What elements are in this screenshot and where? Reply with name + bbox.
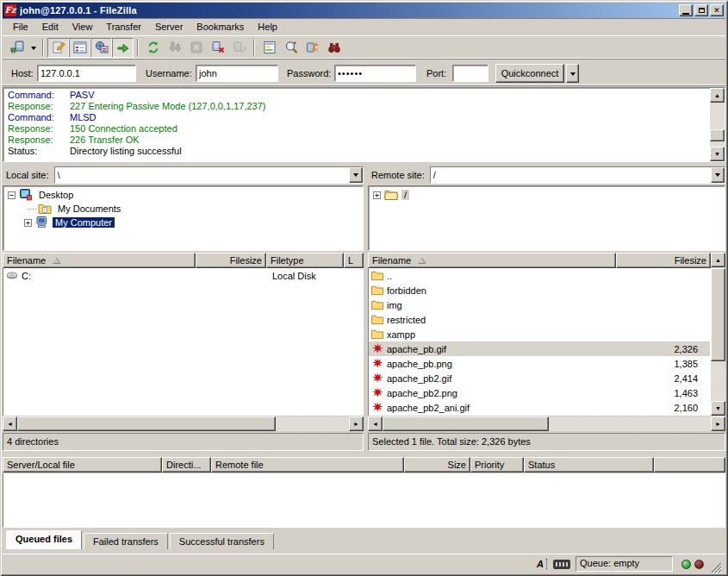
ascii-type-icon: A [537, 559, 547, 569]
log-vertical-scrollbar[interactable]: ▲ ▼ [710, 88, 725, 161]
speed-limits-icon[interactable] [553, 560, 570, 569]
log-entry: Response:227 Entering Passive Mode (127,… [8, 101, 725, 112]
scroll-left-icon[interactable]: ◄ [3, 416, 17, 431]
scrollbar-thumb[interactable] [17, 416, 276, 431]
tree-item-root[interactable]: + / [369, 188, 725, 202]
file-row[interactable]: xampp [369, 327, 710, 341]
scroll-right-icon[interactable]: ► [711, 416, 725, 431]
directory-comparison-button[interactable] [280, 38, 302, 58]
column-header-last-modified[interactable]: L [344, 253, 364, 268]
password-input[interactable] [334, 65, 416, 82]
quickconnect-button[interactable]: Quickconnect [495, 64, 564, 83]
toolbar-separator [137, 39, 139, 56]
file-row[interactable]: apache_pb2.gif 2,414 [369, 371, 710, 385]
local-site-input[interactable] [55, 167, 349, 183]
tree-connector [28, 209, 36, 210]
statusbar: A Queue: empty [3, 554, 725, 573]
column-header-filesize[interactable]: Filesize [616, 253, 711, 268]
process-queue-button[interactable] [164, 38, 185, 58]
cancel-button[interactable] [185, 38, 207, 58]
remote-vertical-scrollbar[interactable]: ▲ ▼ [711, 253, 725, 416]
file-row[interactable]: restricted [369, 312, 710, 327]
tree-item-my-computer[interactable]: + My Computer [3, 216, 363, 229]
tree-item-desktop[interactable]: − Desktop [3, 188, 363, 202]
menu-transfer[interactable]: Transfer [99, 19, 148, 34]
tab-failed-transfers[interactable]: Failed transfers [84, 533, 168, 549]
file-row[interactable]: apache_pb2.png 1,463 [369, 385, 710, 400]
file-row-selected[interactable]: apache_pb.gif 2,326 [369, 341, 710, 356]
column-header-filename[interactable]: Filename [368, 253, 616, 268]
menu-view[interactable]: View [65, 19, 100, 34]
quickconnect-dropdown-button[interactable] [566, 64, 579, 83]
remote-site-dropdown-button[interactable] [711, 167, 725, 183]
remote-site-label: Remote site: [368, 170, 430, 180]
scroll-left-icon[interactable]: ◄ [368, 416, 383, 431]
toggle-local-tree-button[interactable] [69, 38, 90, 58]
column-header-filetype[interactable]: Filetype [266, 253, 344, 268]
reconnect-button[interactable] [228, 38, 250, 58]
toggle-transfer-queue-button[interactable] [112, 38, 134, 58]
find-files-button[interactable] [323, 38, 345, 58]
maximize-button[interactable] [694, 4, 708, 16]
scrollbar-thumb[interactable] [710, 129, 725, 141]
transfer-type-indicator[interactable]: A [534, 557, 550, 572]
local-site-dropdown-button[interactable] [349, 167, 363, 183]
column-header-direction[interactable]: Directi... [162, 457, 211, 473]
remote-site-input[interactable] [431, 167, 711, 183]
tab-queued-files[interactable]: Queued files [6, 530, 82, 549]
site-manager-button[interactable] [6, 38, 28, 58]
scroll-right-icon[interactable]: ► [349, 416, 364, 431]
local-site-label: Local site: [3, 170, 54, 180]
file-row-c-drive[interactable]: C: Local Disk [3, 268, 363, 283]
column-header-filesize[interactable]: Filesize [196, 253, 266, 268]
host-input[interactable] [37, 65, 136, 82]
local-horizontal-scrollbar[interactable]: ◄ ► [3, 416, 364, 431]
username-input[interactable] [196, 65, 278, 82]
toggle-message-log-button[interactable] [47, 38, 69, 58]
file-row[interactable]: forbidden [369, 283, 710, 297]
local-pane: Local site: − Desktop My Documents [3, 164, 364, 452]
refresh-button[interactable] [142, 38, 164, 58]
scrollbar-thumb[interactable] [383, 416, 549, 431]
close-button[interactable]: ✕ [710, 4, 724, 16]
file-row[interactable]: apache_pb.png 1,385 [369, 356, 710, 371]
scroll-up-icon[interactable]: ▲ [710, 88, 725, 103]
synchronized-browsing-button[interactable] [302, 38, 323, 58]
scroll-down-icon[interactable]: ▼ [710, 147, 725, 161]
disconnect-button[interactable] [207, 38, 228, 58]
scrollbar-thumb[interactable] [711, 268, 725, 361]
filter-button[interactable] [258, 38, 280, 58]
tab-successful-transfers[interactable]: Successful transfers [170, 533, 274, 549]
remote-horizontal-scrollbar[interactable]: ◄ ► [368, 416, 725, 431]
menu-edit[interactable]: Edit [35, 19, 65, 34]
file-row[interactable]: .. [369, 268, 710, 283]
column-header-priority[interactable]: Priority [470, 457, 524, 473]
file-row[interactable]: img [369, 297, 710, 312]
menu-file[interactable]: File [6, 19, 35, 34]
menu-bookmarks[interactable]: Bookmarks [190, 19, 251, 34]
column-header-server-local-file[interactable]: Server/Local file [3, 457, 162, 473]
remote-site-bar: Remote site: [368, 166, 725, 184]
scroll-down-icon[interactable]: ▼ [711, 401, 725, 416]
local-list-header: Filename Filesize Filetype L [3, 253, 364, 268]
toggle-remote-tree-button[interactable] [90, 38, 112, 58]
expand-icon[interactable]: + [373, 191, 381, 199]
file-row[interactable]: apache_pb2_ani.gif 2,160 [369, 400, 710, 415]
column-header-remote-file[interactable]: Remote file [211, 457, 404, 473]
scroll-up-icon[interactable]: ▲ [711, 253, 725, 267]
port-input[interactable] [452, 65, 488, 82]
folder-icon [370, 284, 384, 297]
collapse-icon[interactable]: − [8, 191, 16, 199]
expand-icon[interactable]: + [24, 219, 32, 227]
queue-header: Server/Local file Directi... Remote file… [3, 457, 725, 473]
drive-icon [5, 269, 19, 282]
column-header-filename[interactable]: Filename [3, 253, 196, 268]
resize-grip[interactable] [711, 562, 722, 573]
menu-server[interactable]: Server [148, 19, 190, 34]
minimize-button[interactable] [679, 4, 693, 16]
column-header-status[interactable]: Status [524, 457, 654, 473]
tree-item-my-documents[interactable]: My Documents [3, 202, 363, 216]
column-header-size[interactable]: Size [404, 457, 470, 473]
site-manager-dropdown-button[interactable] [28, 38, 39, 58]
menu-help[interactable]: Help [251, 19, 284, 34]
